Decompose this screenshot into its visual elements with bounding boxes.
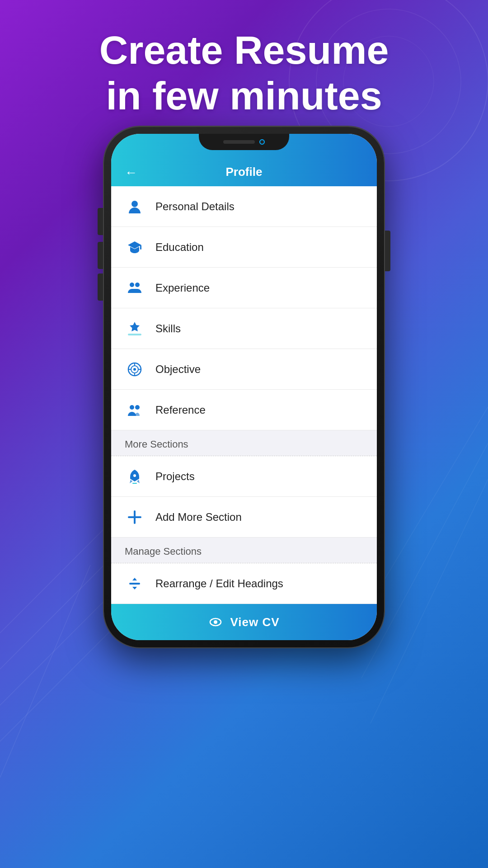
menu-label-personal-details: Personal Details	[155, 200, 235, 213]
menu-content: Personal Details Education	[111, 186, 377, 604]
svg-rect-15	[128, 334, 141, 335]
menu-label-add-more-section: Add More Section	[155, 511, 242, 524]
view-cv-label: View CV	[230, 615, 279, 629]
menu-item-add-more-section[interactable]: Add More Section	[111, 497, 377, 538]
objective-icon	[125, 359, 145, 379]
more-sections-label: More Sections	[125, 439, 363, 450]
plus-icon	[125, 507, 145, 527]
menu-label-skills: Skills	[155, 322, 181, 335]
menu-item-personal-details[interactable]: Personal Details	[111, 186, 377, 227]
svg-rect-22	[129, 583, 140, 585]
svg-point-21	[133, 474, 136, 477]
phone-notch	[199, 134, 289, 150]
front-camera	[259, 139, 265, 145]
menu-item-projects[interactable]: Projects	[111, 456, 377, 497]
hero-section: Create Resume in few minutes	[0, 27, 488, 118]
svg-rect-12	[140, 245, 141, 250]
menu-item-objective[interactable]: Objective	[111, 349, 377, 390]
hero-title: Create Resume in few minutes	[27, 27, 461, 118]
skills-icon	[125, 319, 145, 339]
phone-mockup: ← Profile Personal Details	[104, 127, 384, 647]
menu-label-projects: Projects	[155, 470, 195, 483]
view-cv-button[interactable]: View CV	[111, 604, 377, 640]
menu-item-rearrange-edit[interactable]: Rearrange / Edit Headings	[111, 563, 377, 604]
reference-icon	[125, 400, 145, 420]
menu-label-rearrange-edit: Rearrange / Edit Headings	[155, 577, 283, 590]
experience-icon	[125, 278, 145, 298]
header-title: Profile	[146, 165, 342, 179]
app-header: ← Profile	[111, 150, 377, 186]
person-icon	[125, 197, 145, 217]
svg-point-18	[133, 368, 136, 371]
more-sections-header: More Sections	[111, 430, 377, 456]
menu-item-experience[interactable]: Experience	[111, 268, 377, 308]
menu-item-skills[interactable]: Skills	[111, 308, 377, 349]
education-icon	[125, 237, 145, 257]
rearrange-icon	[125, 574, 145, 594]
back-button[interactable]: ←	[125, 166, 137, 179]
svg-point-14	[135, 283, 140, 287]
menu-item-education[interactable]: Education	[111, 227, 377, 268]
menu-label-reference: Reference	[155, 404, 206, 416]
svg-point-11	[131, 201, 138, 207]
svg-line-7	[0, 565, 90, 778]
rocket-icon	[125, 467, 145, 486]
menu-label-education: Education	[155, 241, 204, 254]
manage-sections-header: Manage Sections	[111, 538, 377, 563]
menu-label-objective: Objective	[155, 363, 201, 376]
svg-point-24	[214, 620, 217, 624]
svg-point-19	[130, 405, 134, 410]
menu-label-experience: Experience	[155, 282, 210, 294]
speaker-grille	[223, 140, 255, 144]
svg-line-10	[371, 479, 488, 723]
svg-point-13	[130, 283, 134, 287]
manage-sections-label: Manage Sections	[125, 546, 363, 557]
svg-point-20	[135, 405, 140, 410]
menu-item-reference[interactable]: Reference	[111, 390, 377, 430]
eye-icon	[208, 615, 223, 629]
